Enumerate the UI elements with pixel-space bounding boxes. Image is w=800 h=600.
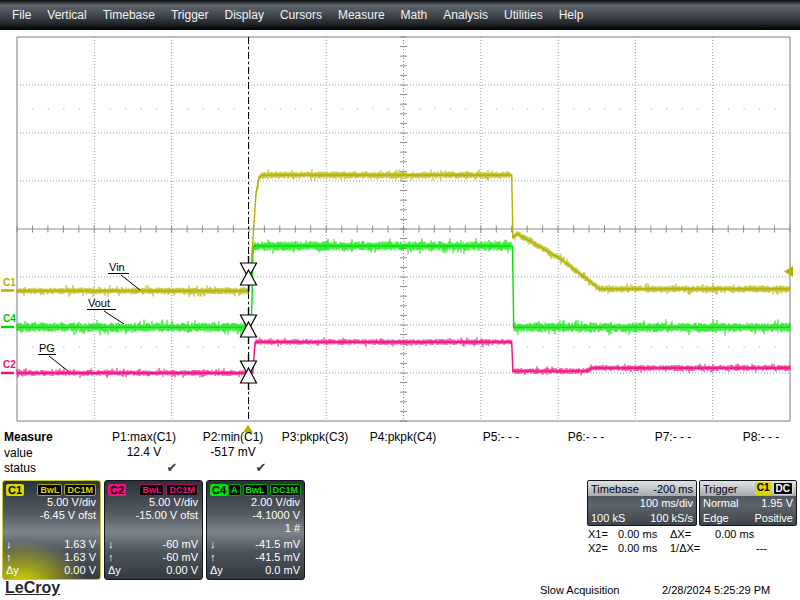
channel-indicator-c1[interactable]: C1 (1, 277, 16, 291)
trigger-title: Trigger (703, 483, 737, 495)
c4-bwl-badge: BwL (243, 484, 268, 496)
measure-value-row-label: value (4, 446, 33, 460)
p2-status-check: ✔ (199, 460, 323, 475)
cursor-marker-c2[interactable] (241, 354, 257, 390)
down-arrow-icon: ↓ (108, 538, 114, 551)
menu-trigger[interactable]: Trigger (171, 8, 209, 22)
trace-base-c4 (17, 246, 790, 327)
menu-bar: File Vertical Timebase Trigger Display C… (0, 0, 800, 30)
trace-base-c2 (17, 342, 790, 373)
channel-box-c1[interactable]: C1 BwL DC1M 5.00 V/div -6.45 V ofst ↓1.6… (2, 480, 101, 580)
trace-noise-c4 (17, 238, 790, 336)
x2-value: 0.00 ms (618, 541, 670, 555)
c2-tag: C2 (3, 359, 16, 370)
trace-c4 (17, 238, 790, 336)
timebase-box[interactable]: Timebase -200 ms 100 ms/div 100 kS 100 k… (587, 480, 697, 526)
menu-utilities[interactable]: Utilities (504, 8, 543, 22)
c2-cursor-delta: 0.00 V (166, 564, 198, 577)
c1-offset: -6.45 V ofst (6, 509, 96, 522)
menu-math[interactable]: Math (401, 8, 428, 22)
menu-file[interactable]: File (12, 8, 31, 22)
p2-value: -517 mV (171, 445, 295, 460)
c2-cursor-high: -60 mV (163, 551, 198, 564)
trigger-level: 1.95 V (761, 496, 793, 511)
c1-channel-badge: C1 (6, 484, 24, 496)
trigger-mode: Normal (703, 496, 738, 511)
c1-cursor-low: 1.63 V (64, 538, 96, 551)
pg-callout-line (49, 356, 68, 371)
annotation-vin: Vin (108, 261, 140, 290)
menu-timebase[interactable]: Timebase (103, 8, 155, 22)
pg-label: PG (39, 342, 55, 354)
c4-cursor-low: -41.5 mV (255, 538, 300, 551)
delta-y-icon: Δy (210, 564, 223, 577)
inv-dx-label: 1/ΔX= (670, 541, 712, 555)
c4-average-badge: A (228, 484, 241, 496)
channel-box-c4[interactable]: C4 A BwL DC1M 2.00 V/div -4.1000 V 1 # ↓… (206, 480, 305, 580)
c2-offset: -15.00 V ofst (108, 509, 198, 522)
measure-status-row-label: status (4, 461, 36, 475)
c1-tag: C1 (3, 277, 16, 288)
c1-cursor-high: 1.63 V (64, 551, 96, 564)
trace-base-c1 (17, 175, 790, 291)
x2-label: X2= (588, 541, 618, 555)
channel-indicator-c2[interactable]: C2 (1, 359, 16, 373)
down-arrow-icon: ↓ (6, 538, 12, 551)
c4-offset: -4.1000 V (210, 509, 300, 522)
c4-cursor-high: -41.5 mV (255, 551, 300, 564)
c1-coupling-badge: DC1M (64, 484, 96, 496)
menu-help[interactable]: Help (559, 8, 584, 22)
up-arrow-icon: ↑ (108, 551, 114, 564)
menu-cursors[interactable]: Cursors (280, 8, 322, 22)
trace-noise-c2 (17, 337, 790, 378)
trigger-level-marker[interactable] (784, 266, 793, 277)
menu-display[interactable]: Display (225, 8, 264, 22)
inv-dx-value: --- (712, 541, 767, 555)
grid-division-lines (17, 37, 790, 421)
menu-analysis[interactable]: Analysis (443, 8, 488, 22)
delta-y-icon: Δy (6, 564, 19, 577)
c4-volts-per-div: 2.00 V/div (210, 496, 300, 509)
c2-channel-badge: C2 (108, 484, 126, 496)
timebase-rate: 100 kS/s (650, 511, 693, 526)
x1-value: 0.00 ms (618, 527, 670, 541)
c4-tag: C4 (3, 313, 16, 324)
trigger-box[interactable]: Trigger C1 DC Normal 1.95 V Edge Positiv… (699, 480, 797, 526)
c4-sweeps: 1 # (210, 522, 300, 535)
acquisition-status: Slow Acquisition (540, 584, 620, 596)
cursor-readout: X1=0.00 msΔX= 0.00 ms X2=0.00 ms1/ΔX=--- (588, 527, 798, 555)
channel-box-c2[interactable]: C2 BwL DC1M 5.00 V/div -15.00 V ofst ↓-6… (104, 480, 203, 580)
c2-coupling-badge: DC1M (166, 484, 198, 496)
annotation-vout: Vout (87, 297, 124, 324)
c2-cursor-low: -60 mV (163, 538, 198, 551)
datetime: 2/28/2024 5:25:29 PM (662, 584, 770, 596)
trace-c2 (17, 337, 790, 378)
trace-c1 (17, 169, 790, 297)
grid-border (17, 37, 790, 421)
vin-callout-line (121, 275, 140, 290)
vout-callout-line (104, 311, 124, 324)
measure-table-title: Measure (4, 430, 53, 444)
down-arrow-icon: ↓ (210, 538, 216, 551)
timebase-delay: -200 ms (653, 483, 693, 495)
dx-value: 0.00 ms (715, 528, 754, 540)
menu-vertical[interactable]: Vertical (47, 8, 86, 22)
x1-label: X1= (588, 527, 618, 541)
trigger-slope: Positive (754, 511, 793, 526)
c1-volts-per-div: 5.00 V/div (6, 496, 96, 509)
cursor-marker-c1[interactable] (241, 256, 257, 292)
trace-layer (17, 169, 790, 378)
up-arrow-icon: ↑ (210, 551, 216, 564)
dx-label: ΔX= (670, 527, 712, 541)
vin-label: Vin (109, 261, 125, 273)
channel-indicator-c4[interactable]: C4 (1, 313, 16, 327)
cursor-marker-c4[interactable] (241, 308, 257, 344)
p8-label: P8:- - - (699, 430, 800, 445)
c4-cursor-delta: 0.0 mV (265, 564, 300, 577)
up-arrow-icon: ↑ (6, 551, 12, 564)
c1-cursor-delta: 0.00 V (64, 564, 96, 577)
measure-col-p8[interactable]: P8:- - - (699, 430, 800, 445)
c1-bwl-badge: BwL (37, 484, 62, 496)
c2-volts-per-div: 5.00 V/div (108, 496, 198, 509)
menu-measure[interactable]: Measure (338, 8, 385, 22)
